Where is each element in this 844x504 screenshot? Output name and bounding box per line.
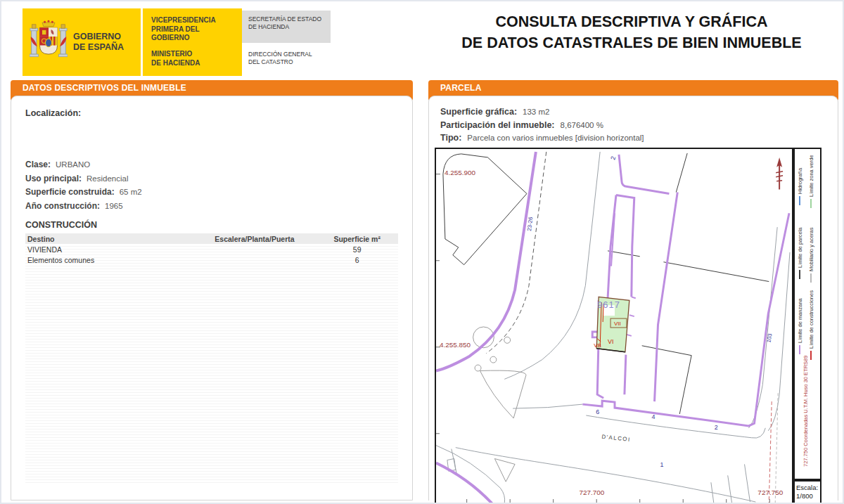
construccion-table-body: VIVIENDA 59 Elementos comunes 6 xyxy=(25,244,398,484)
parcela-fields: Superficie gráfica:133 m2 Participación … xyxy=(440,105,838,145)
field-participacion: Participación del inmueble:8,676400 % xyxy=(440,119,838,132)
utm-note: 727.750 Coordenadas U.T.M. Huso 30 ETRS8… xyxy=(803,356,809,467)
row-comunes-superficie: 6 xyxy=(316,256,398,264)
legend-item-mobiliario: Mobiliario y aceras xyxy=(808,227,814,283)
manzana-swatch-icon xyxy=(799,345,800,354)
field-superficie-grafica: Superficie gráfica:133 m2 xyxy=(440,105,838,119)
legend-item-parcela: Límite de parcela xyxy=(797,227,803,279)
coord-bottom-left: 727.700 xyxy=(579,489,604,496)
cadastral-map: 9617 VII VI VB 6 4 2 1 2 1 xyxy=(435,148,793,504)
table-row: VIVIENDA 59 xyxy=(25,244,398,254)
ministry-section: VICEPRESIDENCIA PRIMERA DEL GOBIERNO MIN… xyxy=(143,8,242,76)
cadastral-map-drawing: 9617 VII VI VB 6 4 2 1 2 1 xyxy=(436,149,792,503)
coord-mid-left: 4.255.850 xyxy=(440,341,471,349)
field-uso-label: Uso principal: xyxy=(25,174,82,183)
vicepresidencia-label: VICEPRESIDENCIA PRIMERA DEL GOBIERNO xyxy=(151,16,239,43)
unit-vi-label: VI xyxy=(608,338,613,345)
field-uso-principal: Uso principal:Residencial xyxy=(25,172,412,186)
government-logo-block: GOBIERNO DE ESPAÑA VICEPRESIDENCIA PRIME… xyxy=(23,8,242,76)
field-ano-value: 1965 xyxy=(105,202,123,210)
field-clase-value: URBANO xyxy=(56,160,90,169)
superficie-grafica-value: 133 m2 xyxy=(523,108,549,116)
legend-item-zona-verde: Límite zona verde xyxy=(808,155,814,208)
legend-label: Límite de construcciones xyxy=(808,290,814,349)
legend-item-construcciones: Límite de construcciones xyxy=(808,290,814,360)
construcciones-swatch-icon xyxy=(810,351,812,360)
datos-descriptivos-body: Localización: Clase:URBANO Uso principal… xyxy=(11,96,413,500)
table-row: Elementos comunes 6 xyxy=(25,254,398,265)
inmueble-fields: Clase:URBANO Uso principal:Residencial S… xyxy=(25,158,412,213)
field-superficie-label: Superficie construida: xyxy=(25,187,115,197)
gobierno-de-espana-label: GOBIERNO DE ESPAÑA xyxy=(73,32,124,53)
field-clase-label: Clase: xyxy=(25,160,51,169)
hidrografia-swatch-icon xyxy=(799,196,800,205)
street-name-label: D'ALCOI xyxy=(601,434,631,443)
legend-item-hidrografia: Hidrografía xyxy=(797,168,803,205)
row-vivienda-superficie: 59 xyxy=(316,245,398,254)
document-title-line1: CONSULTA DESCRIPTIVA Y GRÁFICA xyxy=(423,11,840,32)
legend-item-manzana: Límite de manzana xyxy=(797,298,803,354)
row-comunes-destino: Elementos comunes xyxy=(25,256,193,264)
secretaria-de-estado-label: SECRETARÍA DE ESTADO DE HACIENDA xyxy=(242,11,331,43)
distance-label: 23-26 xyxy=(526,217,534,232)
field-uso-value: Residencial xyxy=(87,174,128,183)
house-number-corner: 2 xyxy=(609,155,617,160)
row-vivienda-destino: VIVIENDA xyxy=(25,245,193,254)
roundabout-features xyxy=(473,327,526,482)
column-superficie: Superficie m² xyxy=(316,235,398,243)
column-escalera: Escalera/Planta/Puerta xyxy=(193,235,316,243)
parcel-right-number: 103 xyxy=(765,332,773,343)
north-arrow-icon xyxy=(776,157,783,190)
document-title: CONSULTA DESCRIPTIVA Y GRÁFICA DE DATOS … xyxy=(423,11,840,53)
legend-label: Hidrografía xyxy=(797,168,803,194)
house-number-1: 1 xyxy=(660,461,663,468)
house-number-6: 6 xyxy=(596,408,599,415)
ministerio-label: MINISTERIO DE HACIENDA xyxy=(151,50,239,67)
tipo-value: Parcela con varios inmuebles [division h… xyxy=(467,134,644,142)
parcel-boundary-lines xyxy=(443,153,769,414)
participacion-label: Participación del inmueble: xyxy=(440,120,555,130)
field-ano-construccion: Año construcción:1965 xyxy=(25,200,412,214)
legend-label: Límite zona verde xyxy=(808,155,814,197)
superficie-grafica-label: Superficie gráfica: xyxy=(440,107,517,117)
house-number-labels: 6 4 2 1 2 103 23-26 xyxy=(526,155,774,468)
column-destino: Destino xyxy=(25,235,193,243)
construccion-table-header: Destino Escalera/Planta/Puerta Superfici… xyxy=(25,233,398,244)
parcela-body: Superficie gráfica:133 m2 Participación … xyxy=(428,96,838,500)
participacion-value: 8,676400 % xyxy=(561,121,603,129)
legend-label: Límite de manzana xyxy=(797,298,803,343)
unit-vb-label: VB xyxy=(594,342,601,349)
scale-value: 1/800 xyxy=(796,492,819,500)
document-title-line2: DE DATOS CATASTRALES DE BIEN INMUEBLE xyxy=(423,32,840,53)
highlighted-parcel: 9617 VII VI VB xyxy=(594,297,629,351)
coord-bottom-right: 727.750 xyxy=(757,489,783,496)
scale-label: Escala: xyxy=(796,484,819,492)
localizacion-label: Localización: xyxy=(25,108,412,118)
gobierno-section: GOBIERNO DE ESPAÑA xyxy=(23,8,141,76)
direccion-general-catastro-label: DIRECCIÓN GENERAL DEL CATASTRO xyxy=(248,51,312,66)
house-number-4: 4 xyxy=(652,413,656,420)
parcela-panel: PARCELA Superficie gráfica:133 m2 Partic… xyxy=(428,80,838,500)
coord-top-left: 4.255.900 xyxy=(445,169,476,176)
field-superficie-value: 65 m2 xyxy=(120,188,142,196)
field-tipo: Tipo:Parcela con varios inmuebles [divis… xyxy=(440,131,838,145)
field-superficie-construida: Superficie construida:65 m2 xyxy=(25,186,412,200)
house-number-2: 2 xyxy=(715,424,718,431)
parcel-number-label: 9617 xyxy=(597,299,620,310)
datos-descriptivos-panel: DATOS DESCRIPTIVOS DEL INMUEBLE Localiza… xyxy=(11,80,413,500)
mobiliario-swatch-icon xyxy=(810,273,812,283)
scale-box: Escala: 1/800 xyxy=(793,480,821,504)
zona-verde-swatch-icon xyxy=(810,199,812,208)
construccion-table: Destino Escalera/Planta/Puerta Superfici… xyxy=(25,233,398,484)
dashed-street-line xyxy=(486,152,546,354)
parcela-swatch-icon xyxy=(799,270,800,279)
unit-vii-label: VII xyxy=(614,321,621,327)
field-clase: Clase:URBANO xyxy=(25,158,412,172)
map-legend: Hidrografía Límite zona verde Límite de … xyxy=(793,148,821,480)
spain-coat-of-arms-icon xyxy=(30,15,68,69)
cadastral-document-page: GOBIERNO DE ESPAÑA VICEPRESIDENCIA PRIME… xyxy=(0,0,844,504)
legend-label: Límite de parcela xyxy=(797,227,803,268)
construccion-title: CONSTRUCCIÓN xyxy=(25,220,412,230)
tipo-label: Tipo: xyxy=(440,133,461,143)
field-ano-label: Año construcción: xyxy=(25,201,100,211)
